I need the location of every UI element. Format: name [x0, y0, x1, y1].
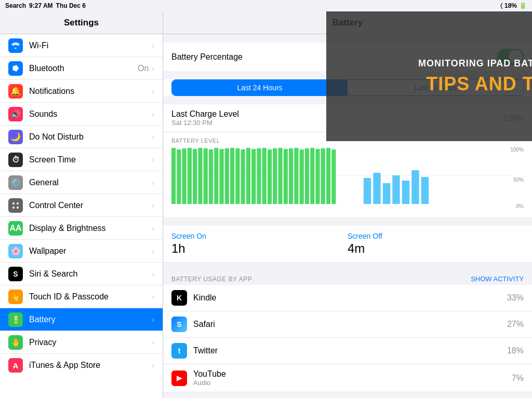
svg-point-0 — [12, 202, 15, 204]
siri-icon: S — [8, 267, 23, 281]
svg-point-2 — [12, 207, 15, 209]
screen-info: Screen On 1h Screen Off 4m — [163, 226, 532, 263]
touchid-chevron: › — [152, 293, 154, 301]
display-icon: AA — [8, 221, 23, 236]
itunes-icon: A — [8, 358, 23, 373]
battery-label: Battery — [29, 315, 149, 324]
battery-chevron: › — [152, 315, 154, 324]
battery-graph-section: BATTERY LEVEL — [163, 132, 532, 217]
status-bar: Search 9:27 AM Thu Dec 6 〈 18% 🔋 — [0, 0, 532, 11]
twitter-name: Twitter — [193, 346, 507, 355]
wallpaper-icon: 🌸 — [8, 244, 23, 258]
screen-on-label: Screen On — [171, 232, 348, 240]
safari-icon: S — [171, 317, 187, 332]
general-icon: ⚙️ — [8, 175, 23, 190]
svg-rect-11 — [193, 149, 197, 204]
sidebar-item-display[interactable]: AA Display & Brightness › — [0, 217, 163, 240]
graph-100-label: 100% — [510, 147, 524, 153]
svg-rect-21 — [246, 148, 250, 204]
graph-50-label: 50% — [513, 177, 524, 183]
sidebar-item-general[interactable]: ⚙️ General › — [0, 171, 163, 194]
safari-pct: 27% — [507, 320, 524, 329]
svg-rect-24 — [262, 148, 267, 204]
svg-rect-29 — [289, 148, 293, 204]
controlcenter-label: Control Center — [29, 201, 149, 210]
sidebar-item-bluetooth[interactable]: ⭓ Bluetooth On › — [0, 57, 163, 80]
twitter-pct: 18% — [507, 346, 524, 355]
bluetooth-value: On — [138, 64, 149, 73]
svg-rect-8 — [177, 149, 181, 204]
wallpaper-chevron: › — [152, 247, 154, 255]
sidebar-item-wifi[interactable]: Wi-Fi › — [0, 34, 163, 57]
svg-rect-39 — [373, 173, 380, 204]
wifi-label: Wi-Fi — [29, 41, 149, 50]
sidebar-item-privacy[interactable]: 🤚 Privacy › — [0, 331, 163, 354]
sidebar-item-donotdisturb[interactable]: 🌙 Do Not Disturb › — [0, 126, 163, 148]
siri-label: Siri & Search — [29, 269, 149, 279]
display-label: Display & Brightness — [29, 224, 149, 233]
app-usage-label: BATTERY USAGE BY APP — [171, 276, 252, 283]
svg-rect-15 — [214, 148, 218, 204]
app-row-youtube: ▶ YouTube Audio 7% — [163, 364, 532, 392]
screen-off-col: Screen Off 4m — [348, 232, 524, 256]
general-label: General — [29, 178, 149, 187]
svg-rect-32 — [305, 148, 309, 204]
controlcenter-chevron: › — [152, 201, 154, 210]
wallpaper-label: Wallpaper — [29, 246, 149, 256]
sounds-chevron: › — [152, 110, 154, 118]
kindle-icon: K — [171, 290, 187, 306]
svg-rect-43 — [411, 170, 419, 204]
sidebar-item-touchid[interactable]: 👆 Touch ID & Passcode › — [0, 285, 163, 308]
bluetooth-icon: ⭓ — [8, 61, 23, 76]
battery-status: 18% — [504, 2, 517, 9]
donotdisturb-label: Do Not Disturb — [29, 132, 149, 142]
svg-rect-23 — [257, 148, 261, 204]
app-usage-header: BATTERY USAGE BY APP SHOW ACTIVITY — [163, 271, 532, 285]
svg-rect-16 — [219, 149, 223, 204]
sidebar-item-wallpaper[interactable]: 🌸 Wallpaper › — [0, 240, 163, 263]
svg-rect-18 — [230, 148, 234, 204]
privacy-chevron: › — [152, 338, 154, 347]
touchid-label: Touch ID & Passcode — [29, 292, 149, 301]
graph-0-label: 0% — [516, 203, 524, 209]
controlcenter-icon — [8, 198, 23, 213]
seg-24hours[interactable]: Last 24 Hours — [172, 80, 348, 95]
overlay-subtitle: MONITORING IPAD BATTERY USAGE: — [418, 58, 532, 69]
sidebar-list: Wi-Fi › ⭓ Bluetooth On › 🔔 Notifications… — [0, 34, 163, 398]
date: Thu Dec 6 — [56, 2, 86, 9]
wifi-icon: 〈 — [500, 2, 502, 9]
safari-name: Safari — [193, 320, 507, 329]
svg-rect-27 — [278, 148, 282, 204]
svg-rect-34 — [315, 149, 320, 204]
youtube-info: YouTube Audio — [193, 369, 512, 387]
notifications-label: Notifications — [29, 87, 149, 96]
itunes-chevron: › — [152, 361, 154, 369]
sounds-icon: 🔊 — [8, 107, 23, 121]
svg-rect-40 — [383, 183, 390, 204]
battery-graph: 100% 50% 0% — [171, 147, 524, 209]
show-activity-button[interactable]: SHOW ACTIVITY — [471, 275, 524, 283]
svg-rect-38 — [364, 178, 371, 204]
svg-rect-7 — [171, 148, 176, 204]
sidebar-item-siri[interactable]: S Siri & Search › — [0, 263, 163, 285]
svg-rect-20 — [241, 149, 245, 204]
sidebar-item-notifications[interactable]: 🔔 Notifications › — [0, 80, 163, 103]
sidebar-item-battery[interactable]: 🔋 Battery › — [0, 308, 163, 331]
svg-rect-25 — [268, 149, 272, 204]
svg-rect-37 — [331, 149, 336, 204]
svg-rect-42 — [402, 181, 409, 204]
svg-rect-35 — [321, 148, 325, 204]
general-chevron: › — [152, 179, 154, 187]
sidebar-item-controlcenter[interactable]: Control Center › — [0, 194, 163, 217]
svg-rect-22 — [251, 149, 256, 204]
screen-on-col: Screen On 1h — [171, 232, 348, 256]
donotdisturb-icon: 🌙 — [8, 130, 23, 144]
svg-rect-10 — [188, 148, 192, 204]
touchid-icon: 👆 — [8, 290, 23, 304]
privacy-label: Privacy — [29, 338, 149, 347]
charge-title: Last Charge Level — [171, 109, 239, 119]
sidebar-item-itunes[interactable]: A iTunes & App Store › — [0, 354, 163, 377]
sidebar-item-screentime[interactable]: ⏱ Screen Time › — [0, 148, 163, 171]
sidebar-item-sounds[interactable]: 🔊 Sounds › — [0, 103, 163, 126]
screentime-icon: ⏱ — [8, 153, 23, 167]
